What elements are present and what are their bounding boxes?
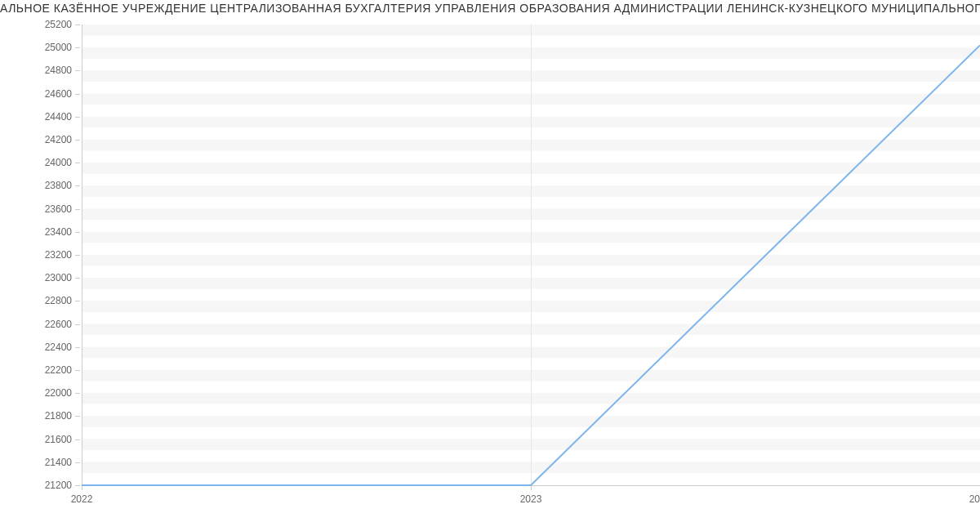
y-tick: [75, 47, 80, 48]
y-tick: [75, 185, 80, 186]
y-tick-label: 23600: [45, 203, 72, 215]
y-tick-label: 23000: [45, 272, 72, 283]
y-tick: [75, 140, 80, 141]
y-tick: [75, 255, 80, 256]
y-tick-label: 24600: [45, 88, 72, 100]
y-tick: [75, 70, 80, 71]
y-tick-label: 25200: [45, 19, 72, 30]
y-tick-label: 22800: [45, 295, 72, 306]
y-tick: [75, 347, 80, 348]
data-line-svg: [82, 25, 980, 485]
y-tick-label: 22200: [45, 364, 72, 376]
x-axis: 202220232024: [82, 485, 980, 510]
series-line: [82, 45, 980, 485]
y-tick-label: 24000: [45, 157, 72, 168]
y-tick: [75, 278, 80, 279]
x-tick-label: 2024: [969, 493, 980, 505]
y-tick-label: 21600: [45, 434, 72, 445]
y-tick: [75, 301, 80, 301]
y-tick-label: 21800: [45, 410, 72, 422]
y-tick: [75, 393, 80, 394]
y-tick-label: 24400: [45, 111, 72, 123]
x-tick-label: 2023: [520, 493, 542, 505]
y-tick: [75, 209, 80, 210]
y-tick-label: 23200: [45, 249, 72, 261]
y-tick-label: 24800: [45, 65, 72, 76]
y-tick: [75, 462, 80, 463]
y-tick: [75, 94, 80, 95]
y-tick-label: 25000: [45, 42, 72, 53]
chart-container: АЛЬНОЕ КАЗЁННОЕ УЧРЕЖДЕНИЕ ЦЕНТРАЛИЗОВАН…: [0, 0, 980, 531]
y-tick: [75, 485, 80, 486]
y-tick: [75, 163, 80, 163]
y-tick: [75, 232, 80, 233]
chart-title: АЛЬНОЕ КАЗЁННОЕ УЧРЕЖДЕНИЕ ЦЕНТРАЛИЗОВАН…: [0, 2, 980, 15]
y-tick-label: 22000: [45, 387, 72, 399]
y-tick-label: 24200: [45, 134, 72, 145]
y-tick: [75, 117, 80, 118]
y-tick-label: 22600: [45, 319, 72, 330]
y-tick: [75, 25, 80, 25]
y-tick: [75, 324, 80, 325]
y-tick-label: 21200: [45, 480, 72, 491]
y-tick-label: 23400: [45, 226, 72, 238]
y-tick: [75, 370, 80, 371]
y-tick-label: 23800: [45, 180, 72, 191]
y-tick: [75, 416, 80, 417]
x-tick-label: 2022: [71, 493, 93, 505]
y-tick-label: 21400: [45, 457, 72, 468]
y-tick-label: 22400: [45, 341, 72, 353]
y-axis: 2120021400216002180022000222002240022600…: [0, 25, 80, 485]
y-tick: [75, 440, 80, 440]
